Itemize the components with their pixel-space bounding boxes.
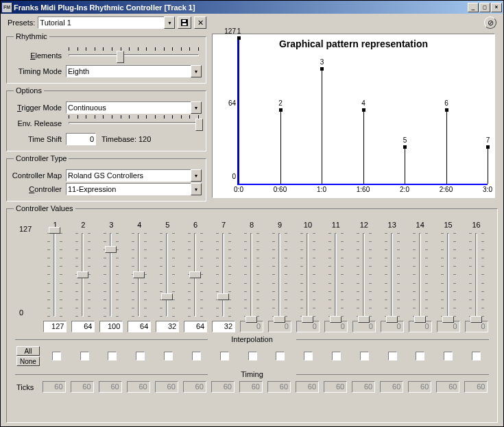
value-slider[interactable] [160,230,175,319]
controller-type-group: Controller Type Controller Map ▼ Control… [6,154,206,202]
value-slider[interactable] [441,230,456,319]
value-slider[interactable] [47,230,62,319]
value-slider[interactable] [104,230,119,319]
slider-channel-label: 13 [388,221,396,229]
slider-value-box[interactable]: 127 [43,321,67,332]
interpolation-checkbox[interactable] [136,352,145,361]
chevron-down-icon[interactable]: ▼ [191,101,202,114]
value-slider[interactable] [413,230,428,319]
chevron-down-icon[interactable]: ▼ [191,65,202,77]
interpolation-checkbox[interactable] [472,352,481,361]
presets-value[interactable] [38,16,164,29]
value-slider[interactable] [469,230,484,319]
slider-channel-label: 2 [81,221,85,229]
interpolation-checkbox[interactable] [360,352,369,361]
titlebar[interactable]: FM Franks Midi Plug-Ins Rhythmic Control… [1,1,503,14]
interpolation-checkbox[interactable] [444,352,453,361]
value-slider[interactable] [328,230,344,319]
trigger-mode-combobox[interactable]: ▼ [66,101,202,114]
interpolation-checkbox[interactable] [192,352,201,361]
slider-channel-label: 9 [278,221,282,229]
timing-tick-box: 60 [352,381,375,393]
interpolation-checkbox[interactable] [108,352,117,361]
value-slider[interactable] [216,230,231,319]
chevron-down-icon[interactable]: ▼ [191,169,202,182]
slider-column: 464 [125,221,154,332]
chart-column: Graphical pattern representation 0641270… [212,31,501,203]
controller-values-group: Controller Values 127 0 1127264310046453… [6,204,498,423]
value-slider[interactable] [132,230,147,319]
slider-value-box[interactable]: 64 [184,321,207,332]
slider-value-box[interactable]: 32 [212,321,235,332]
rhythmic-legend: Rhythmic [14,32,49,40]
minimize-button[interactable]: _ [468,3,479,12]
timing-tick-box: 60 [155,381,178,393]
interpolation-checkbox[interactable] [388,352,397,361]
disable-plugin-button[interactable]: ⊘ [484,16,496,29]
chart-ytick: 127 [218,27,236,35]
elements-slider[interactable] [66,47,202,64]
value-slider[interactable] [357,230,372,319]
client-area: Presets: ▼ ✕ ⊘ Rhythmic [1,14,503,426]
controller-map-combobox[interactable]: ▼ [66,169,202,182]
slider-value-box[interactable]: 100 [99,321,123,332]
slider-value-box[interactable]: 64 [128,321,151,332]
save-preset-button[interactable] [178,16,191,29]
timing-tick-box: 60 [296,381,319,393]
timebase-label: Timebase: 120 [101,135,151,143]
timing-tick-box: 60 [71,381,94,393]
slider-value-box[interactable]: 64 [71,321,95,332]
time-shift-input[interactable] [66,133,96,145]
interpolation-allnone: All None [16,346,40,366]
timing-mode-combobox[interactable]: ▼ [66,65,202,77]
delete-preset-button[interactable]: ✕ [194,16,206,29]
env-release-label: Env. Release [11,119,66,127]
value-slider[interactable] [300,230,315,319]
maximize-button[interactable]: □ [479,3,490,12]
interpolation-checkbox[interactable] [80,352,89,361]
app-icon: FM [2,3,12,12]
interpolation-checks [43,352,490,361]
left-column: Rhythmic Elements Timing Mode [3,31,209,203]
slider-channel-label: 4 [137,221,141,229]
interpolation-checkbox[interactable] [304,352,313,361]
slider-channel-label: 6 [193,221,197,229]
chevron-down-icon[interactable]: ▼ [164,16,175,29]
interpolation-checkbox[interactable] [332,352,341,361]
controller-combobox[interactable]: ▼ [66,183,202,195]
value-slider[interactable] [188,230,203,319]
svg-rect-1 [182,20,186,22]
slider-column: 90 [266,221,294,332]
sliders-row: 1127264310046453266473280901001101201301… [11,218,493,334]
timing-row: Ticks 60606060606060606060606060606060 [11,378,493,395]
value-slider[interactable] [244,230,259,319]
timing-tick-box: 60 [464,381,488,393]
timing-values: 60606060606060606060606060606060 [40,381,490,393]
timing-legend: Timing [11,370,493,378]
close-button[interactable]: × [491,3,502,12]
chart-area: 0641270:010:6021:031:6042:052:6063:07 [237,38,488,185]
interpolation-checkbox[interactable] [276,352,285,361]
chevron-down-icon[interactable]: ▼ [191,183,202,195]
controller-type-legend: Controller Type [14,154,69,162]
slider-value-box[interactable]: 32 [156,321,179,332]
env-release-slider[interactable] [66,115,202,132]
value-slider[interactable] [385,230,400,319]
interpolation-all-button[interactable]: All [16,346,40,356]
interpolation-none-button[interactable]: None [16,356,40,366]
interpolation-row: All None [11,343,493,369]
value-slider[interactable] [272,230,287,319]
interpolation-checkbox[interactable] [52,352,61,361]
top-section: Rhythmic Elements Timing Mode [3,31,501,203]
interpolation-checkbox[interactable] [220,352,229,361]
elements-label: Elements [11,51,66,60]
trigger-mode-label: Trigger Mode [11,103,66,112]
interpolation-checkbox[interactable] [248,352,257,361]
interpolation-checkbox[interactable] [164,352,173,361]
slider-channel-label: 11 [332,221,340,229]
timing-tick-box: 60 [43,381,66,393]
timing-tick-box: 60 [211,381,235,393]
interpolation-checkbox[interactable] [416,352,424,361]
value-slider[interactable] [75,230,91,319]
presets-combobox[interactable]: ▼ [38,16,175,29]
